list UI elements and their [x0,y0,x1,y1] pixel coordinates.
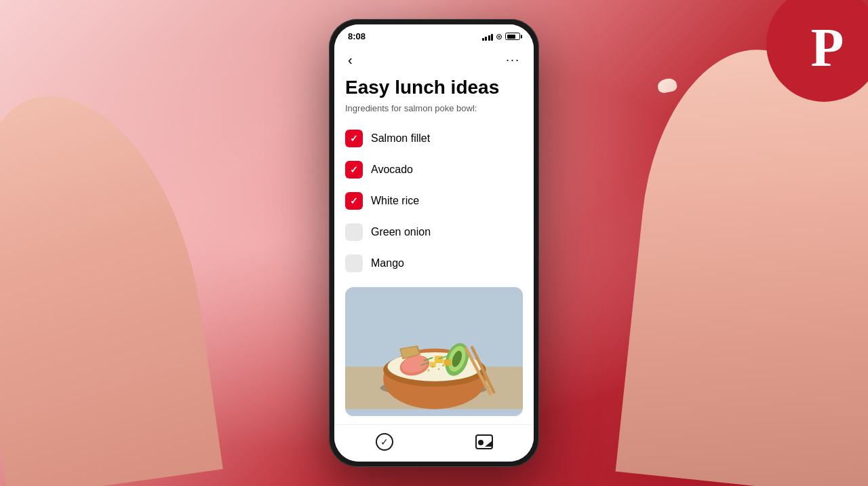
checkmark-rice: ✓ [350,195,358,206]
item-label-avocado: Avocado [371,164,413,176]
checklist: ✓ Salmon fillet ✓ Avocado ✓ White rice [334,123,534,279]
checkbox-greenonion[interactable] [345,223,363,241]
bottom-nav: ✓ [334,424,534,462]
wifi-icon: ⊛ [496,32,502,41]
poke-bowl-illustration [345,287,523,416]
checkbox-mango[interactable] [345,255,363,272]
checkmark-avocado: ✓ [350,164,358,175]
svg-point-18 [428,369,430,371]
phone-frame: 8:08 ⊛ ‹ ··· Easy l [329,19,539,467]
checklist-item-mango[interactable]: Mango [345,248,523,279]
checklist-item-rice[interactable]: ✓ White rice [345,185,523,217]
checklist-item-avocado[interactable]: ✓ Avocado [345,154,523,185]
status-time: 8:08 [348,31,366,41]
status-bar: 8:08 ⊛ [334,24,534,44]
page-subtitle: Ingredients for salmon poke bowl: [334,103,534,123]
status-icons: ⊛ [482,32,521,41]
checklist-nav-button[interactable]: ✓ [371,432,398,452]
item-label-mango: Mango [371,257,404,269]
page-title: Easy lunch ideas [334,73,534,103]
checklist-item-salmon[interactable]: ✓ Salmon fillet [345,123,523,154]
checkmark-icon: ✓ [380,436,389,447]
images-nav-button[interactable] [471,432,498,452]
svg-rect-12 [443,359,451,365]
svg-rect-11 [435,356,443,363]
food-image [345,287,523,416]
svg-point-17 [423,367,425,369]
svg-point-21 [442,364,444,367]
image-gallery-icon [475,434,493,449]
pinterest-logo: P [811,17,844,79]
checkbox-avocado[interactable]: ✓ [345,161,363,179]
item-label-greenonion: Green onion [371,226,431,238]
phone-screen: 8:08 ⊛ ‹ ··· Easy l [334,24,534,462]
signal-bars-icon [482,33,494,41]
item-label-rice: White rice [371,195,419,207]
app-content: ‹ ··· Easy lunch ideas Ingredients for s… [334,44,534,424]
back-button[interactable]: ‹ [345,50,355,71]
item-label-salmon: Salmon fillet [371,132,430,145]
hand-left-decoration [0,45,203,486]
nav-bar: ‹ ··· [334,44,534,73]
svg-point-19 [432,366,434,368]
more-button[interactable]: ··· [503,50,523,70]
svg-point-20 [438,368,440,370]
check-circle-icon: ✓ [376,433,393,451]
checkbox-salmon[interactable]: ✓ [345,130,363,147]
checkbox-rice[interactable]: ✓ [345,192,363,210]
battery-icon [505,33,520,40]
checkmark-salmon: ✓ [350,133,358,144]
checklist-item-greenonion[interactable]: Green onion [345,217,523,248]
